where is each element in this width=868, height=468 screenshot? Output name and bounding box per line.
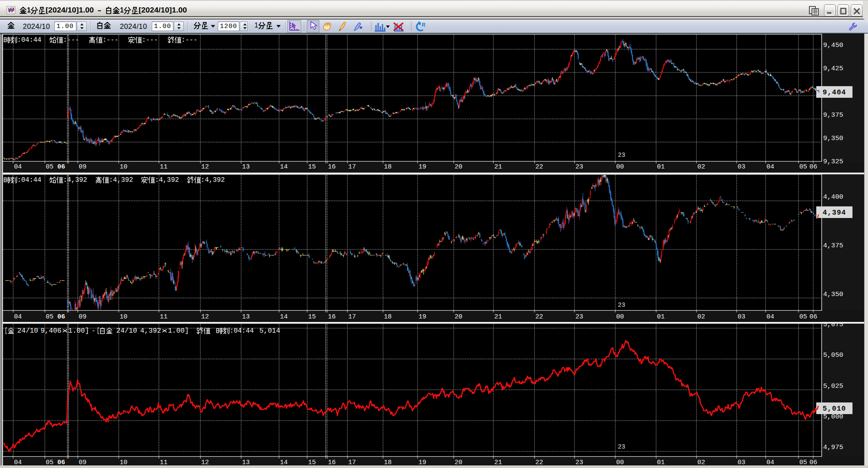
svg-text:1.00]: 1.00] bbox=[68, 327, 89, 335]
svg-text:01: 01 bbox=[657, 163, 665, 171]
svg-text::---: :--- bbox=[103, 36, 119, 44]
svg-text:04: 04 bbox=[14, 313, 22, 321]
svg-text:16: 16 bbox=[328, 313, 336, 321]
svg-text:23: 23 bbox=[618, 443, 625, 450]
svg-text:00: 00 bbox=[616, 163, 624, 171]
svg-text:09: 09 bbox=[78, 459, 86, 466]
svg-text:4,375: 4,375 bbox=[823, 242, 843, 250]
svg-text:-: - bbox=[91, 327, 96, 335]
svg-text:19: 19 bbox=[418, 163, 426, 171]
svg-text:17: 17 bbox=[348, 313, 356, 321]
svg-text:02: 02 bbox=[697, 313, 705, 321]
svg-text:06: 06 bbox=[57, 313, 65, 321]
svg-text:15: 15 bbox=[308, 313, 316, 321]
svg-text:10: 10 bbox=[119, 163, 127, 171]
svg-text:12: 12 bbox=[201, 163, 209, 171]
svg-text::---: :--- bbox=[182, 36, 197, 44]
svg-text:24/10: 24/10 bbox=[17, 327, 38, 335]
svg-text:15: 15 bbox=[308, 459, 316, 466]
svg-text:04: 04 bbox=[767, 313, 774, 321]
svg-text:13: 13 bbox=[242, 459, 250, 466]
svg-text:01: 01 bbox=[657, 313, 665, 321]
svg-text:4,394: 4,394 bbox=[823, 209, 846, 217]
svg-text:13: 13 bbox=[242, 313, 250, 321]
svg-text::---: :--- bbox=[63, 36, 79, 44]
svg-text::04:44: :04:44 bbox=[230, 327, 254, 335]
svg-text:05: 05 bbox=[799, 313, 807, 321]
svg-text:06: 06 bbox=[809, 313, 817, 321]
svg-text:9,450: 9,450 bbox=[823, 41, 843, 49]
svg-text:23: 23 bbox=[575, 459, 583, 466]
svg-text:09: 09 bbox=[78, 313, 86, 321]
svg-text:[: [ bbox=[4, 327, 7, 335]
svg-text:10: 10 bbox=[119, 459, 127, 466]
svg-text:17: 17 bbox=[348, 163, 356, 171]
svg-text:02: 02 bbox=[697, 163, 705, 171]
svg-text:05: 05 bbox=[799, 163, 807, 171]
svg-text:00: 00 bbox=[616, 459, 624, 466]
svg-text:04: 04 bbox=[14, 163, 22, 171]
svg-text:22: 22 bbox=[536, 313, 543, 321]
svg-text:4,400: 4,400 bbox=[823, 193, 843, 201]
svg-text:R: R bbox=[422, 22, 426, 28]
svg-text::4,392: :4,392 bbox=[109, 176, 133, 184]
svg-text:14: 14 bbox=[280, 313, 288, 321]
svg-text:04: 04 bbox=[14, 459, 22, 466]
svg-text:4,350: 4,350 bbox=[823, 290, 843, 298]
svg-text::4,392: :4,392 bbox=[63, 176, 87, 184]
svg-text:5,025: 5,025 bbox=[823, 382, 843, 390]
svg-text:15: 15 bbox=[308, 163, 316, 171]
svg-text:23: 23 bbox=[618, 302, 625, 309]
svg-text:9,325: 9,325 bbox=[823, 158, 843, 165]
svg-text:05: 05 bbox=[46, 313, 53, 321]
svg-text:9,425: 9,425 bbox=[823, 65, 843, 72]
svg-text:23: 23 bbox=[575, 313, 583, 321]
svg-text::---: :--- bbox=[142, 36, 158, 44]
svg-text:05: 05 bbox=[46, 459, 53, 466]
svg-text:9,406: 9,406 bbox=[41, 327, 61, 335]
svg-text:9,375: 9,375 bbox=[823, 111, 843, 119]
svg-text:4,392: 4,392 bbox=[140, 327, 161, 335]
svg-text::4,392: :4,392 bbox=[201, 176, 225, 184]
svg-text:05: 05 bbox=[799, 459, 807, 466]
svg-text:21: 21 bbox=[494, 163, 502, 171]
svg-text:13: 13 bbox=[242, 163, 250, 171]
svg-text:18: 18 bbox=[384, 459, 392, 466]
svg-text:5,014: 5,014 bbox=[260, 327, 281, 335]
svg-text:5,050: 5,050 bbox=[823, 351, 843, 359]
svg-text::04:44: :04:44 bbox=[17, 36, 41, 44]
svg-text:24/10: 24/10 bbox=[116, 327, 138, 335]
svg-text:01: 01 bbox=[657, 459, 665, 466]
svg-text:05: 05 bbox=[46, 163, 53, 171]
svg-text:14: 14 bbox=[280, 163, 288, 171]
svg-text:22: 22 bbox=[536, 459, 543, 466]
svg-text:20: 20 bbox=[454, 163, 462, 171]
svg-text:12: 12 bbox=[201, 459, 209, 466]
svg-text:17: 17 bbox=[348, 459, 356, 466]
svg-text:5,010: 5,010 bbox=[823, 405, 846, 413]
svg-text:16: 16 bbox=[328, 459, 336, 466]
svg-text:[: [ bbox=[97, 327, 100, 335]
svg-text:9,404: 9,404 bbox=[823, 88, 846, 97]
svg-text:22: 22 bbox=[536, 163, 543, 171]
svg-text:06: 06 bbox=[57, 459, 65, 466]
svg-text:03: 03 bbox=[737, 163, 745, 171]
svg-text:09: 09 bbox=[78, 163, 86, 171]
svg-text:21: 21 bbox=[494, 313, 502, 321]
svg-text:18: 18 bbox=[384, 163, 392, 171]
svg-text::04:44: :04:44 bbox=[17, 176, 41, 184]
svg-text:×: × bbox=[161, 328, 168, 335]
svg-text:00: 00 bbox=[616, 313, 624, 321]
svg-text:06: 06 bbox=[809, 459, 817, 466]
svg-text:1.00]: 1.00] bbox=[168, 327, 189, 335]
svg-text:11: 11 bbox=[160, 459, 167, 466]
svg-text:06: 06 bbox=[809, 163, 817, 171]
svg-text:06: 06 bbox=[57, 163, 65, 171]
svg-text:20: 20 bbox=[454, 459, 462, 466]
svg-text:9,350: 9,350 bbox=[823, 134, 843, 142]
svg-text:23: 23 bbox=[575, 163, 583, 171]
svg-text:5,075: 5,075 bbox=[823, 321, 843, 328]
svg-text:04: 04 bbox=[767, 459, 774, 466]
svg-text:14: 14 bbox=[280, 459, 288, 466]
svg-text:11: 11 bbox=[160, 163, 167, 171]
